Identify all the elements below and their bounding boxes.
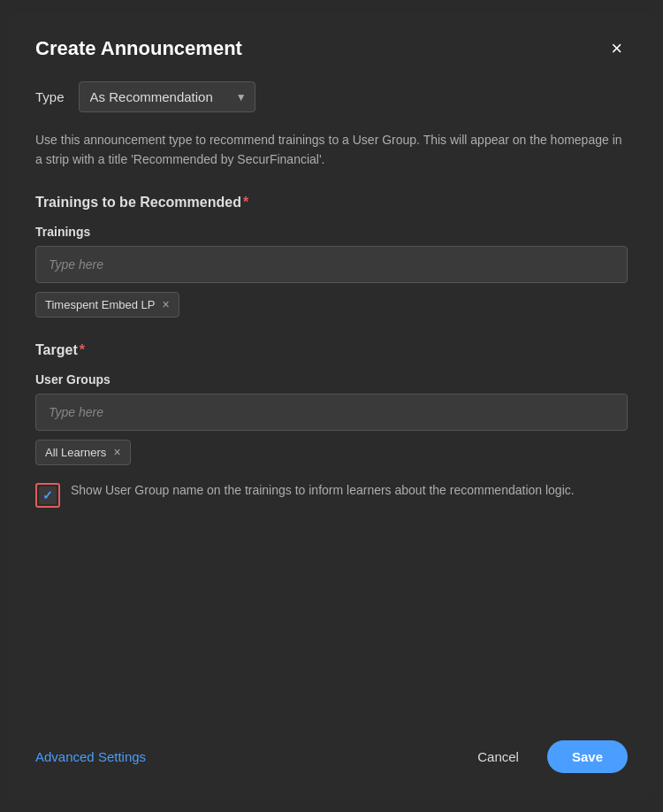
required-star-target: *	[80, 342, 85, 357]
cancel-button[interactable]: Cancel	[461, 740, 535, 773]
modal-header: Create Announcement ×	[35, 37, 628, 60]
trainings-input[interactable]	[35, 246, 628, 283]
checkbox-container: ✓	[35, 483, 60, 508]
trainings-section-title: Trainings to be Recommended*	[35, 195, 628, 211]
required-star-trainings: *	[243, 195, 248, 210]
trainings-field-label: Trainings	[35, 225, 628, 239]
type-select[interactable]: As RecommendationAs NotificationAs Alert	[79, 81, 255, 112]
user-groups-tag: All Learners ×	[35, 440, 131, 465]
checkbox-row: ✓ Show User Group name on the trainings …	[35, 481, 628, 508]
save-button[interactable]: Save	[547, 740, 628, 773]
checkbox-label: Show User Group name on the trainings to…	[71, 481, 575, 500]
footer-buttons: Cancel Save	[461, 740, 628, 773]
close-button[interactable]: ×	[606, 37, 628, 60]
user-groups-field-label: User Groups	[35, 372, 628, 387]
advanced-settings-button[interactable]: Advanced Settings	[35, 749, 146, 764]
user-groups-tag-label: All Learners	[45, 446, 106, 459]
checkbox-check-icon: ✓	[42, 488, 53, 502]
show-user-group-checkbox[interactable]: ✓	[39, 486, 57, 504]
trainings-tag-remove[interactable]: ×	[163, 298, 170, 310]
modal-container: Create Announcement × Type As Recommenda…	[9, 12, 654, 800]
type-row: Type As RecommendationAs NotificationAs …	[35, 81, 628, 112]
user-groups-input[interactable]	[35, 394, 628, 431]
type-select-wrapper: As RecommendationAs NotificationAs Alert	[79, 81, 255, 112]
description-text: Use this announcement type to recommend …	[35, 130, 628, 170]
modal-overlay: Create Announcement × Type As Recommenda…	[0, 0, 663, 812]
user-groups-tag-remove[interactable]: ×	[113, 446, 120, 458]
trainings-tag-label: Timespent Embed LP	[45, 298, 156, 311]
target-section-title: Target*	[35, 342, 628, 358]
trainings-tag: Timespent Embed LP ×	[35, 292, 179, 318]
type-label: Type	[35, 89, 65, 104]
trainings-section: Trainings to be Recommended* Trainings T…	[35, 195, 628, 318]
modal-title: Create Announcement	[35, 37, 242, 60]
footer: Advanced Settings Cancel Save	[35, 719, 628, 773]
target-section: Target* User Groups All Learners × ✓ Sho…	[35, 342, 628, 508]
